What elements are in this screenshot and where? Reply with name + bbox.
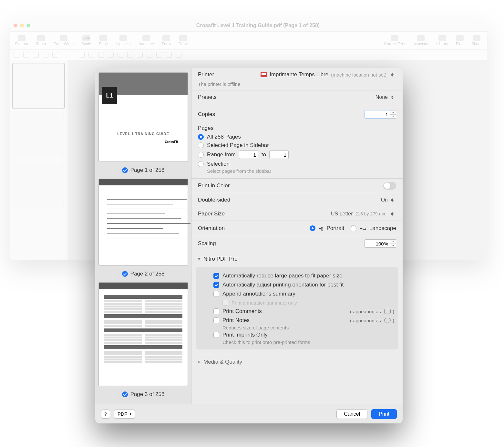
- option-label: Print Imprints Only: [222, 332, 268, 338]
- tool-icon[interactable]: [43, 52, 48, 58]
- section-title: Media & Quality: [203, 359, 242, 365]
- bold-icon[interactable]: [79, 52, 85, 58]
- align-icon[interactable]: [137, 52, 143, 58]
- underline-icon[interactable]: [98, 52, 104, 58]
- badge-label: Page 1 of 258: [130, 167, 165, 173]
- paper-size-value: US Letter: [331, 211, 353, 217]
- inspector-icon[interactable]: [417, 35, 425, 41]
- chevron-updown-icon: [391, 71, 396, 78]
- copies-stepper[interactable]: ▲▼: [390, 110, 396, 119]
- tool-icon[interactable]: [52, 52, 58, 58]
- font-icon[interactable]: [108, 52, 114, 58]
- opt-print-comments[interactable]: Print Comments ( appearing as:): [213, 307, 394, 316]
- toolbar-label: Form: [162, 42, 171, 46]
- option-label: All 258 Pages: [207, 134, 241, 140]
- sidebar-thumb[interactable]: [13, 63, 64, 109]
- printer-selector[interactable]: Imprimante Temps Libre (machine location…: [261, 71, 396, 78]
- find-icon[interactable]: [456, 35, 464, 41]
- sidebar-thumb[interactable]: [13, 163, 64, 208]
- option-label: Selected Page in Sidebar: [207, 142, 269, 149]
- option-label: Automatically reduce large pages to fit …: [222, 273, 342, 279]
- titlebar: Crossfit Level 1 Training Guide.pdf (Pag…: [10, 19, 487, 32]
- pdf-dropdown-button[interactable]: PDF ▾: [114, 410, 135, 419]
- notes-hint: Reduces size of page contents: [222, 325, 394, 330]
- pages-range-option[interactable]: Range from to: [198, 150, 396, 160]
- pages-selection-option[interactable]: Selection: [198, 160, 396, 168]
- opt-auto-reduce[interactable]: Automatically reduce large pages to fit …: [213, 271, 394, 280]
- sidebar-thumb[interactable]: [13, 113, 64, 158]
- tool-icon[interactable]: [14, 52, 19, 58]
- highlight-icon[interactable]: [119, 35, 127, 41]
- preview-page-badge: Page 3 of 258: [117, 389, 170, 400]
- dialog-footer: ? PDF ▾ Cancel Print: [95, 404, 403, 423]
- draw-icon[interactable]: [179, 35, 187, 41]
- preview-page[interactable]: L1 LEVEL 1 TRAINING GUIDE CrossFit: [98, 72, 188, 162]
- pages-selected-sidebar-option[interactable]: Selected Page in Sidebar: [198, 141, 396, 150]
- option-label: Print Notes: [222, 317, 250, 324]
- scaling-input[interactable]: [365, 239, 390, 248]
- color-label: Print in Color: [198, 182, 230, 189]
- radio-icon: [198, 134, 204, 140]
- chevron-down-icon: ▼: [390, 244, 396, 248]
- print-button[interactable]: Print: [371, 409, 397, 419]
- range-to-input[interactable]: [269, 151, 289, 159]
- scale-value[interactable]: 56%: [82, 35, 90, 41]
- preview-page[interactable]: [98, 282, 188, 386]
- page-width-icon[interactable]: [60, 35, 67, 41]
- orientation-portrait[interactable]: +▯ Portrait: [310, 224, 344, 233]
- fill-icon[interactable]: [166, 52, 172, 58]
- form-icon[interactable]: [162, 35, 170, 41]
- page-icon[interactable]: [99, 35, 107, 41]
- zoom-window-icon[interactable]: [26, 24, 30, 27]
- radio-icon: [198, 152, 204, 158]
- option-label: Print annotation summary only: [231, 300, 297, 306]
- sidebar-thumbnails: [10, 60, 68, 260]
- check-icon: [122, 167, 128, 173]
- range-from-input[interactable]: [239, 151, 258, 159]
- double-sided-label: Double-sided: [198, 197, 230, 203]
- appearing-label: ( appearing as:: [350, 309, 382, 314]
- opt-auto-orient[interactable]: Automatically adjust printing orientatio…: [213, 280, 394, 289]
- opt-print-notes[interactable]: Print Notes ( appearing as:): [213, 316, 394, 325]
- zoom-icon[interactable]: [37, 35, 45, 41]
- tool-icon[interactable]: [23, 52, 29, 58]
- chevron-updown-icon: [391, 94, 396, 101]
- orientation-landscape[interactable]: +▭ Landscape: [351, 224, 396, 233]
- close-window-icon[interactable]: [14, 24, 17, 27]
- imprints-hint: Check this to print onto pre-printed for…: [222, 339, 394, 345]
- radio-icon: [198, 142, 204, 148]
- tool-icon[interactable]: [33, 52, 39, 58]
- correct-text-icon[interactable]: [391, 35, 398, 41]
- toolbar-label: Sidebar: [15, 42, 28, 46]
- italic-icon[interactable]: [88, 52, 94, 58]
- preview-page[interactable]: ▬▬▬▬▬▬▬▬▬▬▬▬▬▬▬▬▬▬▬▬▬▬▬▬▬▬▬▬▬▬▬▬▬▬▬▬▬▬▬▬…: [98, 179, 188, 265]
- toolbar-label: Inspector: [413, 42, 428, 46]
- cancel-button[interactable]: Cancel: [336, 409, 367, 419]
- color-icon[interactable]: [156, 52, 162, 58]
- printer-label: Printer: [198, 71, 245, 78]
- opt-append-annotations[interactable]: Append annotations summary: [213, 289, 394, 298]
- double-sided-selector[interactable]: On: [381, 196, 396, 203]
- media-quality-disclosure[interactable]: Media & Quality: [191, 354, 403, 370]
- library-icon[interactable]: [438, 35, 446, 41]
- presets-selector[interactable]: None: [375, 94, 396, 101]
- align-icon[interactable]: [127, 52, 133, 58]
- pages-all-option[interactable]: All 258 Pages: [198, 133, 396, 141]
- opt-annotation-only[interactable]: Print annotation summary only: [222, 298, 394, 307]
- checkbox-icon: [213, 282, 219, 288]
- align-icon[interactable]: [118, 52, 123, 58]
- paper-size-selector[interactable]: US Letter 216 by 279 mm: [331, 210, 396, 217]
- stroke-icon[interactable]: [176, 52, 181, 58]
- copies-input[interactable]: [365, 110, 390, 119]
- sidebar-toggle-icon[interactable]: [18, 35, 26, 41]
- scaling-stepper[interactable]: ▲▼: [390, 239, 396, 248]
- share-icon[interactable]: [473, 35, 480, 41]
- minimize-window-icon[interactable]: [20, 24, 24, 27]
- align-icon[interactable]: [147, 52, 152, 58]
- opt-imprints-only[interactable]: Print Imprints Only: [213, 330, 394, 339]
- annotate-icon[interactable]: [142, 35, 150, 41]
- help-button[interactable]: ?: [101, 410, 110, 419]
- print-color-toggle[interactable]: [383, 182, 396, 190]
- nitro-disclosure[interactable]: Nitro PDF Pro: [191, 251, 403, 267]
- badge-label: Page 3 of 258: [130, 391, 165, 398]
